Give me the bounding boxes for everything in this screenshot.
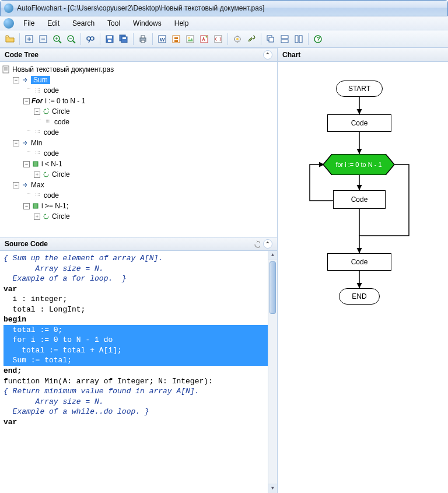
arrow-icon: [21, 181, 29, 189]
code-tree-header: Code Tree ⌃: [0, 48, 277, 62]
tree-toggle[interactable]: −: [13, 182, 19, 188]
tree-toggle[interactable]: −: [34, 109, 40, 115]
revert-button[interactable]: [251, 239, 261, 249]
left-panel: Code Tree ⌃ Новый текстовый документ.pas…: [0, 48, 278, 493]
chart-panel: Chart START Code: [278, 48, 448, 493]
tree-sum[interactable]: − Sum: [2, 75, 275, 85]
tree-toggle[interactable]: +: [34, 214, 40, 220]
tree-code[interactable]: ┈ code: [2, 127, 275, 138]
find-button[interactable]: [84, 33, 97, 46]
tree-root-label: Новый текстовый документ.pas: [12, 65, 114, 74]
code-line: total : LongInt;: [4, 305, 274, 315]
tile-v-button[interactable]: [292, 33, 305, 46]
svg-rect-16: [107, 36, 112, 39]
tree-lt[interactable]: − i < N-1: [2, 159, 275, 169]
flow-loop[interactable]: for i := 0 to N - 1: [323, 154, 394, 175]
cascade-button[interactable]: [264, 33, 277, 46]
tile-h-button[interactable]: [278, 33, 291, 46]
open-button[interactable]: [4, 33, 16, 46]
tree-code-label: code: [44, 149, 59, 158]
export-visio-button[interactable]: [170, 33, 183, 46]
scroll-down-icon[interactable]: ▼: [268, 484, 277, 493]
tree-toggle[interactable]: −: [23, 203, 30, 209]
titlebar[interactable]: AutoFlowchart - [C:\Users\copyuser2\Desk…: [0, 0, 448, 16]
flow-code3[interactable]: Code: [327, 253, 391, 271]
scroll-thumb[interactable]: [270, 261, 276, 314]
tree-toggle[interactable]: −: [23, 98, 30, 104]
tools-button[interactable]: [245, 33, 258, 46]
menu-edit[interactable]: Edit: [41, 18, 65, 29]
options-button[interactable]: [231, 33, 244, 46]
svg-rect-28: [174, 40, 178, 42]
tree-toggle[interactable]: +: [34, 172, 40, 178]
tree-ge[interactable]: − i >= N-1;: [2, 201, 275, 211]
svg-rect-60: [33, 204, 38, 208]
collapse-tree-button[interactable]: ⌃: [263, 50, 272, 60]
tree-code-label: code: [44, 191, 59, 200]
code-tree-title: Code Tree: [5, 51, 38, 59]
tree-sum-label: Sum: [31, 76, 50, 84]
code-line: for i := 0 to N - 1 do: [4, 335, 274, 345]
tree-for[interactable]: − For i := 0 to N - 1: [2, 96, 275, 106]
branch-icon: [32, 202, 40, 210]
flow-start[interactable]: START: [336, 81, 383, 97]
collapse-source-button[interactable]: ⌃: [263, 239, 272, 249]
code-icon: [34, 86, 42, 95]
tree-code[interactable]: ┈ code: [2, 85, 275, 96]
toolbar-separator: [100, 33, 100, 45]
tree-ge-label: i >= N-1;: [41, 202, 68, 210]
code-line: total := 0;: [4, 325, 274, 335]
toolbar-separator: [80, 33, 81, 45]
export-xml-button[interactable]: [212, 33, 225, 46]
tree-toggle[interactable]: −: [13, 77, 19, 83]
code-line: Example of a for loop. }: [4, 274, 274, 284]
svg-text:?: ?: [317, 36, 320, 43]
zoom-in-button[interactable]: [51, 33, 64, 46]
tree-circle[interactable]: + Circle: [2, 169, 275, 180]
save-button[interactable]: [103, 33, 116, 46]
export-bmp-button[interactable]: [184, 33, 197, 46]
tree-code[interactable]: ┈ code: [2, 190, 275, 201]
source-editor[interactable]: { Sum up the element of array A[N]. Arra…: [0, 251, 277, 493]
code-line: Array size = N.: [4, 397, 274, 407]
flow-code1[interactable]: Code: [327, 114, 391, 132]
menu-search[interactable]: Search: [66, 18, 100, 29]
tree-code[interactable]: ┈ code: [2, 148, 275, 159]
menu-file[interactable]: File: [18, 18, 40, 29]
tree-circle[interactable]: − Circle: [2, 106, 275, 117]
source-scrollbar[interactable]: ▲ ▼: [268, 251, 277, 493]
chart-title: Chart: [282, 51, 300, 59]
window-title: AutoFlowchart - [C:\Users\copyuser2\Desk…: [17, 4, 264, 12]
code-tree[interactable]: Новый текстовый документ.pas − Sum ┈ cod…: [0, 62, 277, 237]
expand-button[interactable]: [23, 33, 36, 46]
svg-line-10: [73, 41, 75, 43]
tree-toggle[interactable]: −: [23, 161, 30, 167]
code-line: Example of a while..do loop. }: [4, 407, 274, 417]
collapse-button[interactable]: [37, 33, 50, 46]
code-line: { Sum up the element of array A[N].: [4, 253, 274, 264]
tree-circle[interactable]: + Circle: [2, 211, 275, 222]
tree-max-label: Max: [31, 181, 44, 189]
svg-rect-27: [174, 37, 178, 39]
svg-rect-44: [3, 66, 9, 73]
tree-toggle[interactable]: −: [13, 140, 19, 146]
code-line: i : integer;: [4, 294, 274, 305]
svg-point-13: [90, 37, 94, 40]
export-svg-button[interactable]: [198, 33, 211, 46]
export-word-button[interactable]: W: [156, 33, 169, 46]
menu-windows[interactable]: Windows: [127, 18, 167, 29]
tree-root[interactable]: Новый текстовый документ.pas: [2, 64, 275, 75]
zoom-out-button[interactable]: [65, 33, 78, 46]
chart-area[interactable]: START Code for i := 0 to N - 1 Code Code…: [278, 62, 448, 313]
tree-min[interactable]: − Min: [2, 138, 275, 148]
help-button[interactable]: ?: [312, 33, 324, 46]
scroll-up-icon[interactable]: ▲: [268, 251, 277, 260]
menu-help[interactable]: Help: [169, 18, 195, 29]
save-all-button[interactable]: [117, 33, 130, 46]
tree-max[interactable]: − Max: [2, 180, 275, 190]
flow-code2[interactable]: Code: [333, 190, 386, 209]
tree-code[interactable]: ┈ code: [2, 117, 275, 127]
print-button[interactable]: [136, 33, 149, 46]
menu-tool[interactable]: Tool: [102, 18, 126, 29]
flow-end[interactable]: END: [339, 288, 380, 305]
